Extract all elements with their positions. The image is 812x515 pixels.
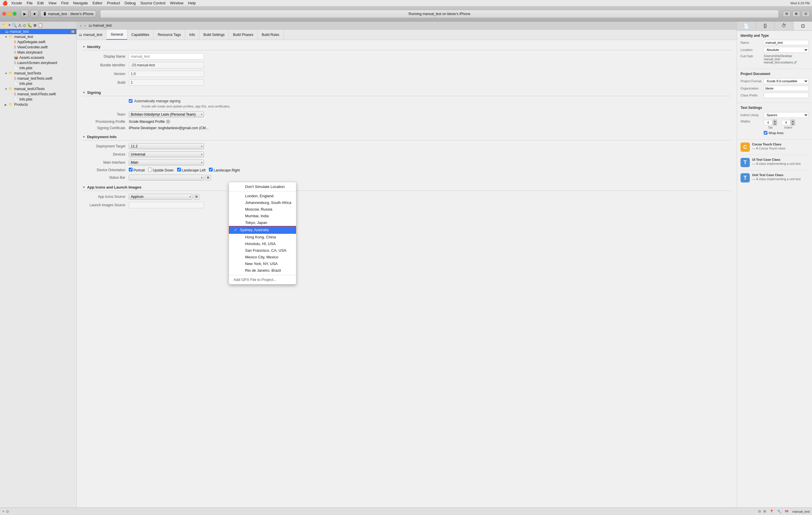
deployment-arrow[interactable]: ▼ — [83, 135, 85, 138]
inspector-tab-quick[interactable]: {} — [756, 22, 775, 30]
menu-edit[interactable]: Edit — [35, 1, 46, 5]
identity-arrow[interactable]: ▼ — [83, 45, 85, 48]
sidebar-item-tests-plist[interactable]: 📄 Info.plist — [0, 81, 77, 86]
stop-button[interactable]: ■ — [30, 10, 38, 18]
dropdown-item-mexico-city[interactable]: Mexico City, Mexico — [229, 254, 296, 261]
app-icons-arrow[interactable]: ▼ — [83, 186, 85, 189]
bottom-debugger-icon[interactable]: 🔧 — [777, 510, 782, 514]
minimize-button[interactable] — [7, 12, 11, 16]
version-input[interactable] — [129, 71, 204, 77]
dropdown-item-mumbai[interactable]: Mumbai, India — [229, 213, 296, 219]
dropdown-item-honolulu[interactable]: Honolulu, HI, USA — [229, 240, 296, 247]
close-button[interactable] — [2, 12, 6, 16]
menu-window[interactable]: Window — [168, 1, 186, 5]
main-interface-select[interactable]: Main — [129, 160, 204, 165]
menu-help[interactable]: Help — [186, 1, 198, 5]
inspector-name-input[interactable] — [764, 40, 809, 45]
menu-product[interactable]: Product — [105, 1, 122, 5]
sidebar-item-root[interactable]: ▼ 🗂 manual_test M — [0, 29, 77, 34]
sidebar-icon-debug[interactable]: 🐛 — [27, 23, 32, 28]
dropdown-item-san-francisco[interactable]: San Francisco, CA, USA — [229, 247, 296, 254]
sidebar-icon-report[interactable]: 📋 — [38, 23, 43, 28]
sidebar-item-products[interactable]: ▶ 📁 Products — [0, 102, 77, 107]
view-toggle-1[interactable]: ⊟ — [758, 510, 761, 513]
expand-arrow-root[interactable]: ▼ — [1, 30, 5, 33]
sidebar-icon-symbol[interactable]: ⌖ — [8, 23, 11, 28]
sidebar-icon-project[interactable]: 📁 — [2, 23, 7, 28]
inspector-tab-attributes[interactable]: ⊡ — [793, 22, 812, 30]
add-button[interactable]: + — [2, 510, 4, 514]
tab-general[interactable]: General — [107, 30, 127, 40]
display-name-input[interactable] — [129, 53, 204, 60]
tab-project[interactable]: 🗂 manual_test — [77, 30, 107, 40]
tab-decrement-button[interactable]: ▼ — [773, 123, 777, 126]
dropdown-item-dont-simulate[interactable]: Don't Simulate Location — [229, 183, 296, 190]
sidebar-icon-find[interactable]: 🔍 — [12, 23, 17, 28]
path-reveal-link[interactable]: 🔗 — [793, 61, 797, 64]
devices-select[interactable]: Universal — [129, 152, 204, 157]
menu-file[interactable]: File — [24, 1, 35, 5]
project-format-select[interactable]: Xcode 8.0-compatible — [764, 78, 809, 84]
sidebar-icon-issues[interactable]: ⚠ — [18, 23, 22, 28]
dropdown-item-hong-kong[interactable]: Hong Kong, China — [229, 234, 296, 240]
class-prefix-input[interactable] — [764, 93, 809, 98]
sidebar-icon-breakpoints[interactable]: ⊕ — [33, 23, 37, 28]
upside-down-checkbox[interactable] — [148, 168, 152, 171]
sidebar-item-viewcontroller[interactable]: S ViewController.swift — [0, 45, 77, 50]
launch-images-input[interactable] — [129, 202, 204, 208]
sidebar-item-uitests-swift[interactable]: S manual_testUITests.swift — [0, 91, 77, 97]
tab-capabilities[interactable]: Capabilities — [127, 30, 154, 40]
dropdown-item-johannesburg[interactable]: Johannesburg, South Africa — [229, 199, 296, 206]
prov-profile-info-button[interactable]: ⓘ — [166, 119, 170, 124]
dropdown-item-moscow[interactable]: Moscow, Russia — [229, 206, 296, 213]
menu-xcode[interactable]: Xcode — [9, 1, 24, 5]
layout-toggle[interactable]: ⊞ — [792, 11, 800, 17]
signing-arrow[interactable]: ▼ — [83, 91, 85, 94]
apple-menu[interactable]: 🍎 — [2, 1, 8, 6]
scheme-selector[interactable]: 📱 manual_test › blesiv's iPhone — [40, 10, 96, 17]
sidebar-item-tests-swift[interactable]: S manual_testTests.swift — [0, 76, 77, 81]
indent-using-select[interactable]: Spaces — [764, 112, 809, 118]
organization-input[interactable] — [764, 86, 809, 91]
build-input[interactable] — [129, 79, 204, 86]
forward-button[interactable]: › — [83, 23, 87, 28]
menu-find[interactable]: Find — [59, 1, 70, 5]
sidebar-item-tests-group[interactable]: ▼ 📁 manual_testTests — [0, 71, 77, 76]
inspector-tab-file[interactable]: 📄 — [737, 22, 756, 30]
sidebar-item-launchscreen[interactable]: S LaunchScreen.storyboard — [0, 60, 77, 65]
deployment-target-select[interactable]: 11.2 — [129, 143, 204, 149]
back-button[interactable]: ‹ — [79, 23, 83, 28]
dropdown-item-london[interactable]: London, England — [229, 193, 296, 199]
dropdown-item-new-york[interactable]: New York, NY, USA — [229, 261, 296, 267]
menu-view[interactable]: View — [46, 1, 59, 5]
tab-resource-tags[interactable]: Resource Tags — [154, 30, 185, 40]
bottom-simulate-location-icon[interactable]: 🗺 — [785, 510, 788, 514]
dropdown-item-rio[interactable]: Rio de Janeiro, Brazil — [229, 267, 296, 274]
menu-source-control[interactable]: Source Control — [138, 1, 168, 5]
sidebar-item-manual-test-group[interactable]: ▼ 📁 manual_test — [0, 34, 77, 39]
dropdown-item-sydney[interactable]: Sydney, Australia — [229, 226, 296, 234]
app-icons-source-settings-button[interactable]: ⚙ — [194, 194, 199, 199]
dropdown-item-tokyo[interactable]: Tokyo, Japan — [229, 219, 296, 226]
tab-build-phases[interactable]: Build Phases — [229, 30, 258, 40]
status-bar-select[interactable] — [129, 175, 204, 181]
editor-toggle[interactable]: ⊟ — [783, 11, 790, 17]
panel-toggle[interactable]: ⊡ — [802, 11, 810, 17]
tab-increment-button[interactable]: ▲ — [773, 119, 777, 123]
indent-increment-button[interactable]: ▲ — [791, 119, 795, 123]
sidebar-icon-test[interactable]: ◇ — [23, 23, 26, 28]
wrap-lines-checkbox[interactable] — [764, 131, 767, 135]
sidebar-item-assets[interactable]: 📦 Assets.xcassets — [0, 55, 77, 60]
sidebar-item-main-storyboard[interactable]: S Main.storyboard — [0, 50, 77, 55]
expand-arrow-products[interactable]: ▶ — [5, 103, 9, 106]
expand-arrow-uitests[interactable]: ▼ — [5, 87, 9, 91]
inspector-tab-history[interactable]: ⏱ — [775, 22, 793, 30]
sidebar-item-appdelegate[interactable]: S AppDelegate.swift — [0, 39, 77, 45]
bundle-id-input[interactable] — [129, 62, 204, 69]
run-button[interactable]: ▶ — [21, 10, 29, 18]
app-icons-source-select[interactable]: AppIcon — [129, 194, 193, 199]
bottom-location-icon[interactable]: 📍 — [770, 510, 774, 514]
expand-arrow-tests[interactable]: ▼ — [5, 72, 9, 75]
tab-info[interactable]: Info — [185, 30, 199, 40]
menu-editor[interactable]: Editor — [90, 1, 105, 5]
